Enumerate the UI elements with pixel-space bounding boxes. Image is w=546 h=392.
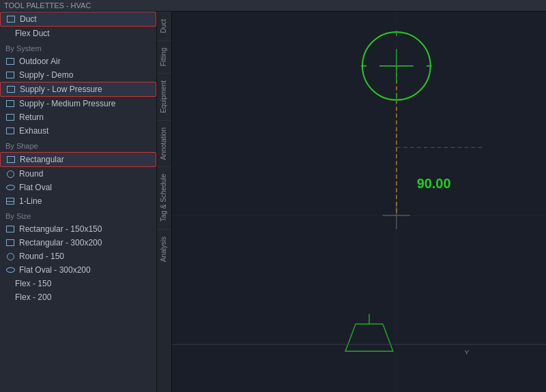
- tool-item-flex-duct[interactable]: Flex Duct: [0, 27, 156, 40]
- tool-label-outdoor-air: Outdoor Air: [19, 57, 61, 66]
- rect-icon-return: [5, 112, 15, 122]
- right-area: Duct Fitting Equipment Annotation Tag & …: [157, 12, 546, 392]
- rect-icon-supply-medium: [5, 99, 15, 108]
- rect-icon-supply-low: [6, 85, 16, 94]
- tab-tag-schedule[interactable]: Tag & Schedule: [157, 166, 171, 228]
- section-by-size: By Size: [0, 208, 156, 222]
- section-by-shape: By Shape: [0, 138, 156, 152]
- tool-label-flat-oval-300: Flat Oval - 300x200: [19, 265, 91, 275]
- tool-item-flex-200[interactable]: Flex - 200: [0, 290, 156, 304]
- tool-label-supply-demo: Supply - Demo: [19, 70, 73, 80]
- tab-analysis[interactable]: Analysis: [157, 229, 171, 269]
- tool-item-duct[interactable]: Duct: [0, 12, 156, 27]
- tool-label-round-150: Round - 150: [19, 252, 64, 261]
- tool-label-round: Round: [19, 169, 43, 179]
- rect-icon: [6, 14, 16, 24]
- tool-item-rect-300[interactable]: Rectangular - 300x200: [0, 236, 156, 250]
- tool-label-flex-200: Flex - 200: [15, 292, 51, 302]
- tool-item-outdoor-air[interactable]: Outdoor Air: [0, 55, 156, 68]
- tool-label-rect-300: Rectangular - 300x200: [19, 238, 102, 247]
- section-by-system: By System: [0, 40, 156, 55]
- oval-icon-flat-oval: [5, 183, 15, 192]
- tab-equipment[interactable]: Equipment: [157, 73, 171, 120]
- tool-item-rectangular[interactable]: Rectangular: [0, 152, 156, 167]
- tool-item-1-line[interactable]: 1-Line: [0, 194, 156, 208]
- tool-item-supply-demo[interactable]: Supply - Demo: [0, 68, 156, 82]
- tab-fitting[interactable]: Fitting: [157, 40, 171, 73]
- svg-rect-0: [172, 12, 546, 392]
- circle-icon-150: [5, 252, 15, 261]
- line-icon-1line: [5, 196, 15, 206]
- circle-icon-round: [5, 169, 15, 179]
- tool-label-exhaust: Exhaust: [19, 126, 48, 136]
- tool-item-rect-150[interactable]: Rectangular - 150x150: [0, 222, 156, 236]
- tool-label-supply-low: Supply - Low Pressure: [20, 85, 102, 94]
- tool-item-flat-oval[interactable]: Flat Oval: [0, 181, 156, 194]
- left-panel: Duct Flex Duct By System Outdoor Air Sup…: [0, 12, 157, 392]
- rect-icon-supply-demo: [5, 70, 15, 80]
- tool-item-return[interactable]: Return: [0, 110, 156, 124]
- rect-icon-exhaust: [5, 126, 15, 136]
- rect-icon-150: [5, 224, 15, 234]
- cad-canvas: 90.00 Y: [172, 12, 546, 392]
- tool-label-rect-150: Rectangular - 150x150: [19, 224, 102, 234]
- rect-icon-300: [5, 238, 15, 247]
- tool-item-supply-low[interactable]: Supply - Low Pressure: [0, 82, 156, 97]
- tool-item-round[interactable]: Round: [0, 167, 156, 181]
- top-bar: TOOL PALETTES - HVAC: [0, 0, 546, 12]
- viewport[interactable]: [-][Top][2D Wireframe]: [172, 12, 546, 392]
- tab-annotation[interactable]: Annotation: [157, 120, 171, 167]
- tool-label-rectangular: Rectangular: [20, 155, 64, 164]
- cad-svg: 90.00 Y: [172, 12, 546, 392]
- tool-label-flat-oval: Flat Oval: [19, 183, 52, 192]
- side-tabs: Duct Fitting Equipment Annotation Tag & …: [157, 12, 172, 392]
- main-area: Duct Flex Duct By System Outdoor Air Sup…: [0, 12, 546, 392]
- tab-duct[interactable]: Duct: [157, 12, 171, 40]
- panel-title-bar: TOOL PALETTES - HVAC: [4, 1, 91, 10]
- tool-item-round-150[interactable]: Round - 150: [0, 250, 156, 263]
- rect-icon-outdoor: [5, 57, 15, 66]
- tool-label-return: Return: [19, 112, 44, 122]
- svg-text:Y: Y: [464, 348, 469, 356]
- oval-icon-300: [5, 265, 15, 275]
- svg-text:90.00: 90.00: [417, 176, 451, 191]
- tool-item-exhaust[interactable]: Exhaust: [0, 124, 156, 138]
- tool-label-supply-medium: Supply - Medium Pressure: [19, 99, 115, 108]
- tool-item-flat-oval-300[interactable]: Flat Oval - 300x200: [0, 263, 156, 277]
- tool-item-flex-150[interactable]: Flex - 150: [0, 277, 156, 290]
- tool-label-duct: Duct: [20, 14, 37, 24]
- tool-item-supply-medium[interactable]: Supply - Medium Pressure: [0, 97, 156, 110]
- tool-label-1-line: 1-Line: [19, 196, 42, 206]
- tool-label-flex-duct: Flex Duct: [15, 29, 50, 38]
- tool-label-flex-150: Flex - 150: [15, 279, 51, 288]
- rect-icon-rectangular: [6, 155, 16, 164]
